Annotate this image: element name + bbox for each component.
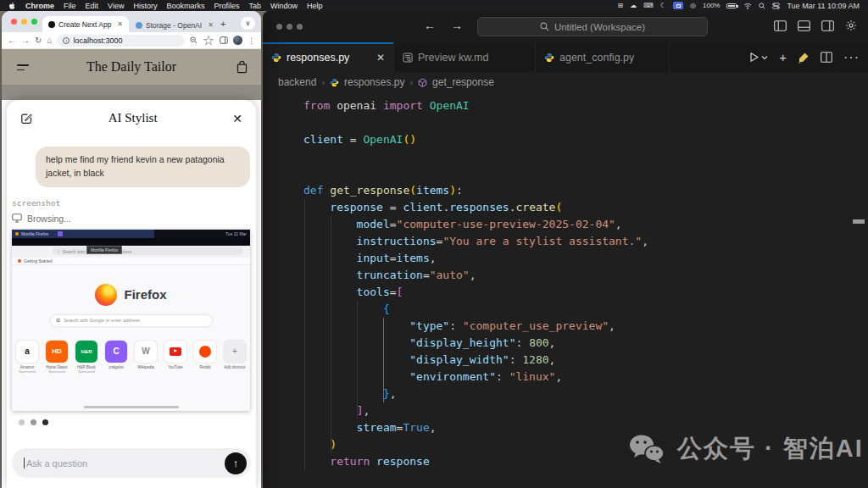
split-editor-icon[interactable] bbox=[821, 52, 832, 63]
close-panel-icon[interactable]: ✕ bbox=[232, 113, 242, 125]
code-line[interactable] bbox=[263, 165, 868, 182]
question-input[interactable]: Ask a question ↑ bbox=[12, 448, 251, 478]
menubar-item-history[interactable]: History bbox=[133, 2, 157, 10]
menu-hamburger-icon[interactable] bbox=[17, 64, 29, 70]
shortcut-tile[interactable]: +Add shortcut bbox=[224, 341, 247, 374]
reload-icon[interactable]: ↻ bbox=[35, 36, 42, 45]
send-button[interactable]: ↑ bbox=[225, 452, 247, 474]
new-tab-button[interactable]: + bbox=[220, 19, 225, 29]
tab-search-chevron[interactable]: ∨ bbox=[241, 17, 255, 30]
menubar-item-window[interactable]: Window bbox=[270, 2, 298, 10]
shopping-bag-icon[interactable] bbox=[236, 60, 248, 74]
compose-icon[interactable] bbox=[20, 112, 33, 125]
code-line[interactable] bbox=[263, 114, 868, 131]
code-line[interactable]: "type": "computer_use_preview", bbox=[263, 318, 868, 335]
tab-responses-py[interactable]: responses.py ✕ bbox=[263, 42, 394, 72]
profile-avatar[interactable] bbox=[233, 36, 242, 45]
menubar-item-profiles[interactable]: Profiles bbox=[214, 2, 239, 10]
site-info-icon[interactable]: i bbox=[63, 37, 70, 44]
address-bar[interactable]: i localhost:3000 bbox=[57, 35, 184, 47]
window-controls-inactive[interactable] bbox=[276, 24, 303, 30]
code-line[interactable]: client = OpenAI() bbox=[263, 131, 868, 148]
run-dropdown-chevron-icon[interactable] bbox=[761, 55, 768, 60]
menubar-item-bookmarks[interactable]: Bookmarks bbox=[166, 2, 204, 10]
record-icon[interactable]: ◎ bbox=[690, 3, 696, 9]
shortcut-tile[interactable]: YouTube bbox=[164, 341, 187, 374]
close-tab-icon[interactable]: ✕ bbox=[208, 22, 214, 29]
menubar-item-file[interactable]: File bbox=[64, 2, 76, 10]
new-file-icon[interactable]: + bbox=[779, 51, 787, 64]
code-line[interactable]: def get_response(items): bbox=[263, 182, 868, 199]
menubar-item-app[interactable]: Chrome bbox=[25, 2, 54, 10]
screen-mirroring-icon[interactable] bbox=[673, 2, 683, 9]
menubar-item-edit[interactable]: Edit bbox=[86, 2, 99, 10]
toggle-secondary-sidebar-icon[interactable] bbox=[821, 20, 834, 31]
cloud-icon[interactable]: ☁ bbox=[630, 3, 637, 9]
code-line[interactable]: input=items, bbox=[263, 250, 868, 267]
back-icon[interactable]: ← bbox=[8, 36, 16, 45]
keyboard-icon[interactable]: ⌨ bbox=[643, 3, 654, 9]
toggle-sidebar-icon[interactable] bbox=[774, 20, 787, 31]
agent-screenshot[interactable]: Mozilla Firefox Tue 11 Mar Mozilla Firef… bbox=[12, 230, 250, 411]
zoom-window-button[interactable] bbox=[31, 19, 37, 25]
close-window-button[interactable] bbox=[11, 19, 17, 25]
menubar-item-help[interactable]: Help bbox=[307, 2, 323, 10]
breadcrumb-symbol[interactable]: get_response bbox=[432, 76, 494, 88]
settings-gear-icon[interactable] bbox=[845, 19, 857, 31]
code-line[interactable]: tools=[ bbox=[263, 284, 868, 301]
code-line[interactable]: model="computer-use-preview-2025-02-04", bbox=[263, 216, 868, 233]
shortcut-tile[interactable]: HDHome DepotSponsored bbox=[46, 341, 69, 374]
grid-icon[interactable]: ⊞ bbox=[618, 3, 624, 9]
toggle-panel-icon[interactable] bbox=[798, 20, 810, 31]
minimize-window-button[interactable] bbox=[21, 19, 27, 25]
shortcut-tile[interactable]: Reddit bbox=[194, 341, 217, 374]
tab-agent-config-py[interactable]: agent_config.py bbox=[536, 42, 670, 72]
moon-icon[interactable]: ☾ bbox=[660, 3, 666, 9]
shortcut-tile[interactable]: aAmazonSponsored bbox=[16, 341, 39, 374]
code-line[interactable]: }, bbox=[263, 385, 868, 402]
more-actions-icon[interactable]: ··· bbox=[843, 50, 860, 65]
carousel-dot[interactable] bbox=[19, 419, 25, 425]
chrome-menu-icon[interactable]: ⋮ bbox=[248, 36, 255, 45]
carousel-dot[interactable] bbox=[31, 419, 36, 425]
shortcut-tile[interactable]: H&RH&R BlockSponsored bbox=[75, 341, 98, 374]
zoom-icon[interactable] bbox=[190, 36, 198, 44]
shortcut-tile[interactable]: WWikipedia bbox=[135, 341, 158, 374]
code-line[interactable] bbox=[263, 148, 868, 165]
menubar-clock[interactable]: Tue Mar 11 10:09 AM bbox=[787, 2, 860, 10]
wifi-icon[interactable] bbox=[743, 3, 752, 9]
control-center-icon[interactable] bbox=[772, 3, 780, 9]
home-icon[interactable]: ⌂ bbox=[47, 36, 52, 45]
chrome-tab-storage-openai[interactable]: Storage - OpenAI ✕ bbox=[136, 21, 214, 30]
code-line[interactable]: { bbox=[263, 301, 868, 318]
breadcrumb-folder[interactable]: backend bbox=[278, 76, 316, 88]
forward-icon[interactable]: → bbox=[21, 36, 30, 45]
code-line[interactable]: from openai import OpenAI bbox=[263, 97, 868, 114]
code-line[interactable]: "display_width": 1280, bbox=[263, 352, 868, 369]
apple-logo-icon[interactable] bbox=[8, 2, 16, 10]
menubar-item-tab[interactable]: Tab bbox=[248, 2, 261, 10]
code-line[interactable]: "environment": "linux", bbox=[263, 369, 868, 385]
code-line[interactable]: ], bbox=[263, 402, 868, 419]
code-line[interactable]: truncation="auto", bbox=[263, 267, 868, 284]
code-editor[interactable]: from openai import OpenAIclient = OpenAI… bbox=[263, 92, 868, 488]
bookmark-star-icon[interactable]: ☆ bbox=[203, 32, 214, 48]
side-panel-icon[interactable] bbox=[220, 36, 228, 44]
spotlight-icon[interactable] bbox=[759, 3, 765, 9]
close-tab-icon[interactable]: ✕ bbox=[376, 52, 385, 64]
shortcut-tile[interactable]: Ccraigslist bbox=[105, 341, 128, 374]
breadcrumb-file[interactable]: responses.py bbox=[344, 76, 404, 88]
carousel-dot[interactable] bbox=[42, 419, 48, 425]
run-python-icon[interactable] bbox=[748, 52, 760, 63]
code-line[interactable]: "display_height": 800, bbox=[263, 335, 868, 352]
back-icon[interactable]: ← bbox=[424, 19, 436, 32]
code-line[interactable]: instructions="You are a stylist assistan… bbox=[263, 233, 868, 250]
tab-preview-kw-md[interactable]: Preview kw.md bbox=[394, 42, 536, 72]
forward-icon[interactable]: → bbox=[451, 19, 463, 32]
scrollbar-thumb[interactable] bbox=[853, 219, 865, 224]
highlighter-icon[interactable] bbox=[798, 52, 810, 64]
close-tab-icon[interactable]: ✕ bbox=[117, 21, 123, 28]
menubar-item-view[interactable]: View bbox=[108, 2, 124, 10]
chrome-tab-create-next-app[interactable]: Create Next App ✕ bbox=[42, 16, 129, 32]
command-center[interactable]: Untitled (Workspace) bbox=[477, 17, 708, 36]
